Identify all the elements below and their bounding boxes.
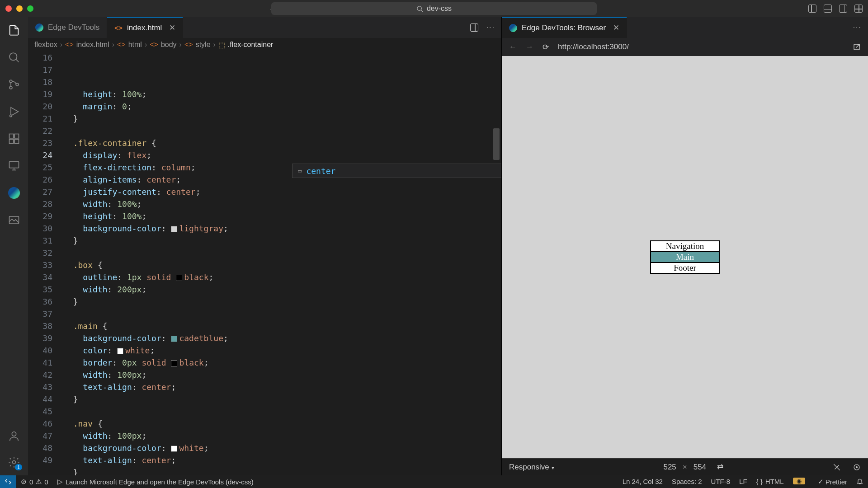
search-activity-icon[interactable] — [7, 51, 21, 64]
breadcrumb-item[interactable]: html — [128, 41, 142, 49]
error-icon: ⊘ — [21, 478, 27, 486]
screencast-icon[interactable]: ◉ — [788, 478, 813, 484]
html-file-icon: <> — [114, 24, 123, 32]
screenshot-icon[interactable] — [833, 463, 841, 471]
tab-index-html[interactable]: <> index.html ✕ — [107, 17, 183, 38]
close-icon[interactable]: ✕ — [169, 23, 175, 33]
close-window-button[interactable] — [5, 5, 12, 12]
svg-point-18 — [13, 461, 16, 464]
svg-rect-13 — [9, 162, 19, 168]
tab-label: index.html — [127, 23, 162, 33]
close-icon[interactable]: ✕ — [613, 23, 619, 33]
run-debug-icon[interactable] — [7, 105, 21, 118]
breadcrumbs[interactable]: flexbox› <>index.html› <>html› <>body› <… — [28, 38, 501, 52]
breadcrumb-item[interactable]: index.html — [76, 41, 109, 49]
split-editor-icon[interactable] — [470, 23, 478, 32]
window-controls — [5, 5, 33, 12]
activity-bar: 1 — [0, 17, 28, 475]
svg-line-3 — [16, 59, 19, 62]
more-actions-icon[interactable]: ··· — [486, 23, 495, 32]
toggle-sidebar-icon[interactable] — [808, 5, 816, 13]
breadcrumb-item[interactable]: body — [161, 41, 177, 49]
settings-gear-icon[interactable]: 1 — [7, 455, 21, 469]
svg-point-2 — [9, 53, 17, 60]
open-external-icon[interactable] — [853, 43, 861, 51]
svg-point-17 — [12, 432, 16, 436]
tab-edge-browser[interactable]: Edge DevTools: Browser ✕ — [502, 17, 627, 38]
line-number-gutter: 1617181920212223242526272829303132333435… — [28, 52, 63, 475]
svg-rect-9 — [9, 134, 14, 138]
browser-back-button[interactable]: ← — [509, 42, 517, 52]
fullscreen-window-button[interactable] — [27, 5, 33, 12]
code-editor[interactable]: 1617181920212223242526272829303132333435… — [28, 52, 501, 475]
accounts-icon[interactable] — [7, 429, 21, 443]
breadcrumb-item[interactable]: .flex-container — [228, 41, 274, 49]
viewport-height[interactable]: 554 — [693, 463, 706, 472]
code-content[interactable]: ▭ center height: 100%; margin: 0; } .fle… — [63, 52, 501, 475]
svg-point-0 — [417, 6, 421, 10]
remote-explorer-icon[interactable] — [7, 159, 21, 173]
image-viewer-icon[interactable] — [7, 213, 21, 227]
problems-indicator[interactable]: ⊘0 ⚠0 — [16, 475, 53, 488]
svg-point-4 — [9, 80, 12, 83]
browser-status-bar: Responsive ▾ 525 × 554 ⇄ — [502, 458, 868, 475]
browser-viewport[interactable]: Navigation Main Footer — [502, 56, 868, 458]
preview-footer-box: Footer — [651, 263, 719, 273]
rotate-icon[interactable]: ⇄ — [717, 462, 723, 472]
eol[interactable]: LF — [735, 478, 752, 485]
preview-main-box: Main — [651, 252, 719, 263]
svg-point-5 — [9, 86, 12, 89]
encoding[interactable]: UTF-8 — [707, 478, 735, 485]
notifications-icon[interactable] — [852, 478, 868, 485]
svg-marker-7 — [11, 108, 18, 116]
debug-icon: ▷ — [57, 478, 63, 486]
browser-forward-button[interactable]: → — [526, 42, 533, 52]
suggest-label: center — [306, 165, 335, 177]
browser-toolbar: ← → ⟳ http://localhost:3000/ — [502, 38, 868, 56]
command-center-search[interactable]: dev-css — [271, 2, 597, 15]
edge-icon — [35, 23, 43, 32]
toggle-panel-icon[interactable] — [824, 5, 832, 13]
breadcrumb-item[interactable]: style — [196, 41, 211, 49]
suggest-widget[interactable]: ▭ center — [292, 164, 501, 178]
tab-label: Edge DevTools: Browser — [522, 23, 606, 33]
editor-tabs-left: Edge DevTools <> index.html ✕ ··· — [28, 17, 501, 38]
svg-point-21 — [856, 466, 858, 468]
svg-point-8 — [10, 115, 12, 117]
search-text: dev-css — [427, 5, 452, 13]
svg-rect-12 — [14, 134, 19, 138]
inspect-icon[interactable] — [853, 463, 861, 471]
launch-task[interactable]: ▷ Launch Microsoft Edge and open the Edg… — [53, 475, 258, 488]
titlebar: ← → dev-css — [0, 0, 868, 17]
remote-indicator[interactable] — [0, 475, 16, 488]
browser-reload-button[interactable]: ⟳ — [542, 42, 549, 52]
extensions-icon[interactable] — [7, 132, 21, 145]
more-actions-icon[interactable]: ··· — [853, 23, 862, 32]
edge-icon — [509, 24, 517, 32]
customize-layout-icon[interactable] — [854, 5, 863, 13]
tab-label: Edge DevTools — [48, 23, 99, 32]
language-mode[interactable]: { } HTML — [752, 478, 788, 485]
breadcrumb-item[interactable]: flexbox — [34, 41, 57, 49]
snippet-icon: ▭ — [298, 165, 302, 177]
svg-rect-11 — [14, 139, 19, 143]
svg-rect-10 — [9, 139, 14, 143]
device-dropdown[interactable]: Responsive ▾ — [509, 463, 554, 472]
preview-nav-box: Navigation — [651, 241, 719, 252]
tab-edge-devtools[interactable]: Edge DevTools — [28, 17, 107, 38]
settings-badge: 1 — [15, 464, 22, 470]
prettier-status[interactable]: ✓ Prettier — [813, 478, 852, 486]
cursor-position[interactable]: Ln 24, Col 32 — [618, 478, 667, 485]
explorer-icon[interactable] — [7, 23, 21, 37]
toggle-secondary-sidebar-icon[interactable] — [839, 5, 847, 13]
source-control-icon[interactable] — [7, 78, 21, 91]
minimize-window-button[interactable] — [16, 5, 23, 12]
dimension-separator: × — [683, 463, 687, 472]
editor-scrollbar[interactable] — [493, 128, 500, 160]
edge-tools-icon[interactable] — [7, 186, 21, 200]
editor-tabs-right: Edge DevTools: Browser ✕ ··· — [502, 17, 868, 38]
viewport-width[interactable]: 525 — [663, 463, 676, 472]
browser-url[interactable]: http://localhost:3000/ — [558, 42, 844, 52]
search-icon — [416, 5, 423, 12]
indentation[interactable]: Spaces: 2 — [667, 478, 707, 485]
